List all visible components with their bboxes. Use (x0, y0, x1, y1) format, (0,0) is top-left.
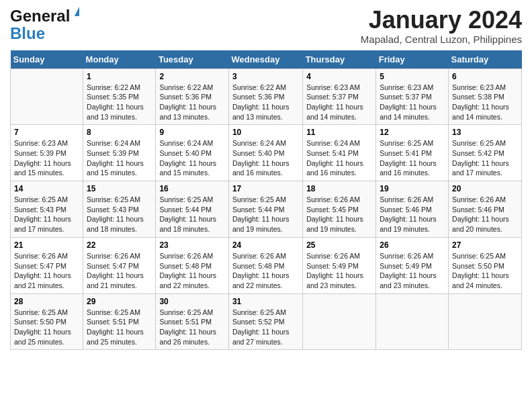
month-title: January 2024 (361, 7, 522, 34)
day-number: 2 (159, 72, 225, 81)
calendar-cell: 2Sunrise: 6:22 AMSunset: 5:36 PMDaylight… (156, 68, 229, 125)
calendar-cell: 12Sunrise: 6:25 AMSunset: 5:41 PMDayligh… (376, 125, 449, 181)
calendar-cell: 24Sunrise: 6:26 AMSunset: 5:48 PMDayligh… (228, 237, 302, 293)
day-info: Sunrise: 6:26 AMSunset: 5:48 PMDaylight:… (232, 251, 299, 291)
day-info: Sunrise: 6:25 AMSunset: 5:43 PMDaylight:… (87, 195, 152, 234)
calendar-cell: 19Sunrise: 6:26 AMSunset: 5:46 PMDayligh… (376, 181, 449, 238)
calendar-cell: 1Sunrise: 6:22 AMSunset: 5:35 PMDaylight… (83, 68, 156, 125)
day-info: Sunrise: 6:22 AMSunset: 5:36 PMDaylight:… (232, 83, 299, 122)
page-header: General Blue January 2024 Mapalad, Centr… (10, 7, 522, 45)
day-number: 21 (14, 240, 79, 250)
calendar-cell: 23Sunrise: 6:26 AMSunset: 5:48 PMDayligh… (156, 237, 229, 293)
day-number: 25 (306, 240, 372, 250)
calendar-cell: 8Sunrise: 6:24 AMSunset: 5:39 PMDaylight… (83, 125, 156, 181)
day-number: 20 (452, 184, 518, 193)
day-info: Sunrise: 6:25 AMSunset: 5:50 PMDaylight:… (14, 308, 79, 347)
calendar-cell: 11Sunrise: 6:24 AMSunset: 5:41 PMDayligh… (303, 125, 376, 181)
weekday-header-wednesday: Wednesday (228, 50, 302, 69)
calendar-cell: 26Sunrise: 6:26 AMSunset: 5:49 PMDayligh… (376, 237, 449, 293)
day-number: 14 (14, 184, 79, 193)
day-info: Sunrise: 6:26 AMSunset: 5:46 PMDaylight:… (380, 195, 445, 234)
calendar-week-1: 1Sunrise: 6:22 AMSunset: 5:35 PMDaylight… (11, 68, 522, 125)
calendar-cell: 31Sunrise: 6:25 AMSunset: 5:52 PMDayligh… (228, 293, 302, 350)
calendar-cell: 16Sunrise: 6:25 AMSunset: 5:44 PMDayligh… (156, 181, 229, 238)
weekday-header-saturday: Saturday (449, 50, 522, 69)
day-info: Sunrise: 6:22 AMSunset: 5:35 PMDaylight:… (87, 83, 152, 122)
calendar-cell: 5Sunrise: 6:23 AMSunset: 5:37 PMDaylight… (376, 68, 449, 125)
weekday-header-tuesday: Tuesday (156, 50, 229, 69)
calendar-week-4: 21Sunrise: 6:26 AMSunset: 5:47 PMDayligh… (11, 237, 522, 293)
logo-general: General (10, 7, 70, 25)
calendar-cell: 6Sunrise: 6:23 AMSunset: 5:38 PMDaylight… (449, 68, 522, 125)
location: Mapalad, Central Luzon, Philippines (361, 34, 522, 45)
calendar-table: SundayMondayTuesdayWednesdayThursdayFrid… (10, 50, 522, 351)
calendar-cell: 7Sunrise: 6:23 AMSunset: 5:39 PMDaylight… (11, 125, 83, 181)
day-number: 19 (380, 184, 445, 193)
day-number: 29 (87, 297, 152, 306)
calendar-cell (449, 293, 522, 350)
calendar-cell: 21Sunrise: 6:26 AMSunset: 5:47 PMDayligh… (11, 237, 83, 293)
calendar-cell: 14Sunrise: 6:25 AMSunset: 5:43 PMDayligh… (11, 181, 83, 238)
day-number: 22 (87, 240, 152, 250)
calendar-cell: 25Sunrise: 6:26 AMSunset: 5:49 PMDayligh… (303, 237, 376, 293)
day-number: 7 (14, 128, 79, 137)
calendar-cell: 4Sunrise: 6:23 AMSunset: 5:37 PMDaylight… (303, 68, 376, 125)
calendar-cell (11, 68, 83, 125)
day-info: Sunrise: 6:25 AMSunset: 5:52 PMDaylight:… (232, 308, 299, 347)
weekday-header-friday: Friday (376, 50, 449, 69)
day-number: 3 (232, 72, 299, 81)
day-info: Sunrise: 6:23 AMSunset: 5:37 PMDaylight:… (380, 83, 445, 122)
calendar-cell: 3Sunrise: 6:22 AMSunset: 5:36 PMDaylight… (228, 68, 302, 125)
weekday-header-monday: Monday (83, 50, 156, 69)
day-info: Sunrise: 6:25 AMSunset: 5:51 PMDaylight:… (87, 308, 152, 347)
day-info: Sunrise: 6:23 AMSunset: 5:37 PMDaylight:… (306, 83, 372, 122)
day-info: Sunrise: 6:24 AMSunset: 5:40 PMDaylight:… (159, 138, 225, 178)
day-number: 28 (14, 297, 79, 306)
calendar-cell: 30Sunrise: 6:25 AMSunset: 5:51 PMDayligh… (156, 293, 229, 350)
day-info: Sunrise: 6:23 AMSunset: 5:38 PMDaylight:… (452, 83, 518, 122)
day-number: 11 (306, 128, 372, 137)
day-info: Sunrise: 6:24 AMSunset: 5:39 PMDaylight:… (87, 138, 152, 178)
calendar-week-3: 14Sunrise: 6:25 AMSunset: 5:43 PMDayligh… (11, 181, 522, 238)
calendar-cell: 27Sunrise: 6:25 AMSunset: 5:50 PMDayligh… (449, 237, 522, 293)
day-number: 15 (87, 184, 152, 193)
day-number: 26 (380, 240, 445, 250)
calendar-cell: 13Sunrise: 6:25 AMSunset: 5:42 PMDayligh… (449, 125, 522, 181)
day-info: Sunrise: 6:25 AMSunset: 5:50 PMDaylight:… (452, 251, 518, 291)
day-number: 31 (232, 297, 299, 306)
day-number: 4 (306, 72, 372, 81)
calendar-cell: 17Sunrise: 6:25 AMSunset: 5:44 PMDayligh… (228, 181, 302, 238)
day-number: 23 (159, 240, 225, 250)
logo-blue: Blue (10, 24, 45, 43)
calendar-cell: 28Sunrise: 6:25 AMSunset: 5:50 PMDayligh… (11, 293, 83, 350)
calendar-cell: 15Sunrise: 6:25 AMSunset: 5:43 PMDayligh… (83, 181, 156, 238)
day-number: 8 (87, 128, 152, 137)
day-number: 10 (232, 128, 299, 137)
day-number: 30 (159, 297, 225, 306)
weekday-header-sunday: Sunday (11, 50, 83, 69)
calendar-cell: 29Sunrise: 6:25 AMSunset: 5:51 PMDayligh… (83, 293, 156, 350)
calendar-cell: 10Sunrise: 6:24 AMSunset: 5:40 PMDayligh… (228, 125, 302, 181)
calendar-week-2: 7Sunrise: 6:23 AMSunset: 5:39 PMDaylight… (11, 125, 522, 181)
calendar-cell: 22Sunrise: 6:26 AMSunset: 5:47 PMDayligh… (83, 237, 156, 293)
day-number: 27 (452, 240, 518, 250)
day-number: 5 (380, 72, 445, 81)
calendar-cell (303, 293, 376, 350)
day-info: Sunrise: 6:25 AMSunset: 5:42 PMDaylight:… (452, 138, 518, 178)
day-info: Sunrise: 6:26 AMSunset: 5:48 PMDaylight:… (159, 251, 225, 291)
logo: General Blue (10, 7, 70, 43)
calendar-cell: 9Sunrise: 6:24 AMSunset: 5:40 PMDaylight… (156, 125, 229, 181)
day-info: Sunrise: 6:25 AMSunset: 5:43 PMDaylight:… (14, 195, 79, 234)
day-info: Sunrise: 6:26 AMSunset: 5:49 PMDaylight:… (380, 251, 445, 291)
day-info: Sunrise: 6:26 AMSunset: 5:49 PMDaylight:… (306, 251, 372, 291)
calendar-cell: 18Sunrise: 6:26 AMSunset: 5:45 PMDayligh… (303, 181, 376, 238)
day-number: 1 (87, 72, 152, 81)
day-info: Sunrise: 6:24 AMSunset: 5:40 PMDaylight:… (232, 138, 299, 178)
day-info: Sunrise: 6:24 AMSunset: 5:41 PMDaylight:… (306, 138, 372, 178)
calendar-week-5: 28Sunrise: 6:25 AMSunset: 5:50 PMDayligh… (11, 293, 522, 350)
day-info: Sunrise: 6:26 AMSunset: 5:47 PMDaylight:… (14, 251, 79, 291)
day-info: Sunrise: 6:26 AMSunset: 5:46 PMDaylight:… (452, 195, 518, 234)
calendar-header-row: SundayMondayTuesdayWednesdayThursdayFrid… (11, 50, 522, 69)
day-number: 13 (452, 128, 518, 137)
day-info: Sunrise: 6:26 AMSunset: 5:47 PMDaylight:… (87, 251, 152, 291)
